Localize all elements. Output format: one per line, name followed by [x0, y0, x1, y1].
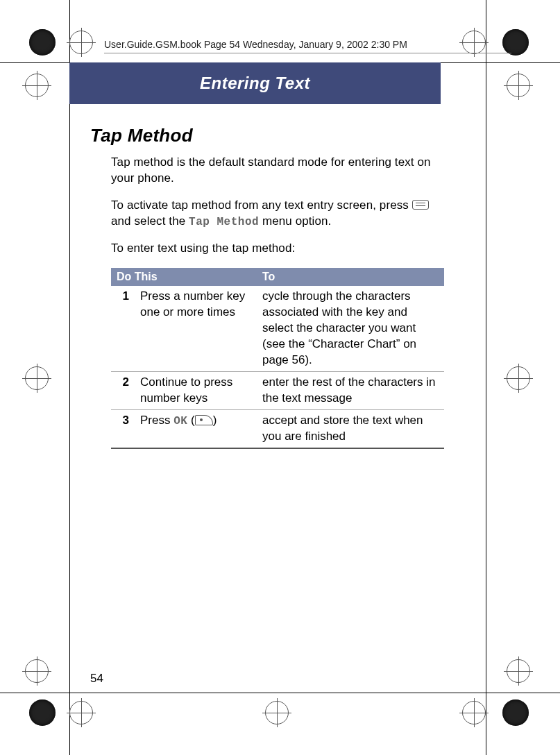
softkey-icon — [195, 415, 213, 425]
registration-mark-icon — [25, 659, 49, 683]
registration-mark-icon — [507, 366, 530, 390]
step-number: 2 — [111, 372, 135, 410]
crop-line-right — [486, 0, 486, 755]
col-header-do: Do This — [111, 268, 257, 286]
col-header-to: To — [257, 268, 444, 286]
print-mark-icon — [29, 29, 56, 56]
step-do: Press a number key one or more times — [135, 286, 257, 371]
text-run: ) — [213, 414, 217, 427]
body-paragraph: To activate tap method from any text ent… — [111, 198, 444, 230]
running-header: User.Guide.GSM.book Page 54 Wednesday, J… — [104, 39, 407, 50]
table-row: 3 Press OK () accept and store the text … — [111, 409, 444, 448]
text-run: and select the — [111, 214, 189, 228]
body-paragraph: To enter text using the tap method: — [111, 241, 444, 257]
page-number: 54 — [90, 672, 103, 686]
step-do: Continue to press number keys — [135, 372, 257, 410]
registration-mark-icon — [69, 31, 93, 54]
registration-mark-icon — [462, 31, 486, 54]
page-content: Tap Method Tap method is the default sta… — [90, 125, 444, 449]
registration-mark-icon — [462, 701, 486, 724]
menu-key-icon — [412, 200, 429, 210]
registration-mark-icon — [265, 701, 289, 724]
registration-mark-icon — [507, 74, 530, 97]
step-to: accept and store the text when you are f… — [257, 409, 444, 448]
text-run: To activate tap method from any text ent… — [111, 198, 412, 212]
print-mark-icon — [502, 29, 529, 56]
steps-table: Do This To 1 Press a number key one or m… — [111, 268, 444, 448]
menu-option-label: Tap Method — [189, 216, 259, 228]
step-to: enter the rest of the characters in the … — [257, 372, 444, 410]
softkey-label: OK — [173, 415, 187, 427]
text-run: ( — [187, 414, 194, 427]
step-number: 1 — [111, 286, 135, 371]
body-paragraph: Tap method is the default standard mode … — [111, 155, 444, 187]
section-heading: Tap Method — [90, 125, 444, 146]
step-to: cycle through the characters associated … — [257, 286, 444, 371]
text-run: menu option. — [262, 214, 332, 228]
step-do: Press OK () — [135, 409, 257, 448]
registration-mark-icon — [507, 659, 530, 683]
step-number: 3 — [111, 409, 135, 448]
table-header-row: Do This To — [111, 268, 444, 286]
crop-line-left — [69, 0, 70, 755]
table-row: 1 Press a number key one or more times c… — [111, 286, 444, 371]
chapter-title: Entering Text — [69, 62, 441, 104]
registration-mark-icon — [69, 701, 93, 724]
text-run: Press — [140, 414, 173, 427]
print-mark-icon — [29, 699, 56, 726]
header-rule — [104, 53, 511, 53]
table-row: 2 Continue to press number keys enter th… — [111, 372, 444, 410]
registration-mark-icon — [25, 366, 49, 390]
print-mark-icon — [502, 699, 529, 726]
registration-mark-icon — [25, 74, 49, 97]
crop-line-bottom — [0, 693, 560, 693]
